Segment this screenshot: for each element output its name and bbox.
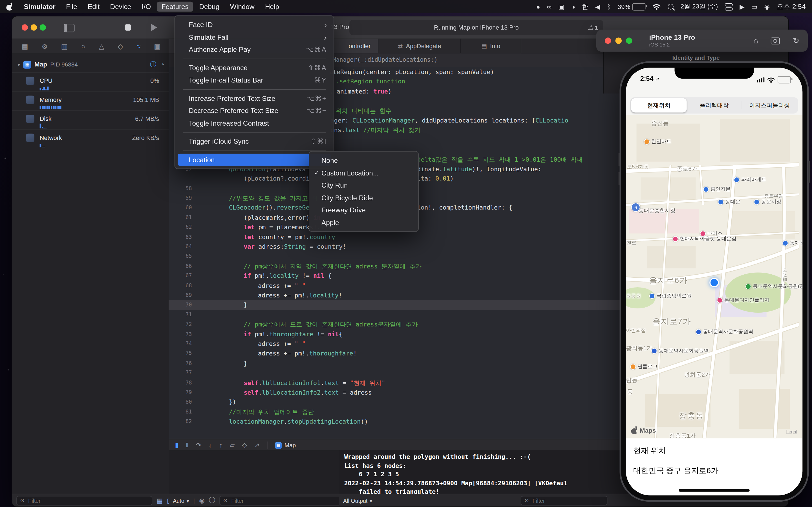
gauge-row-memory[interactable]: Memory105.1 MB	[12, 91, 168, 111]
console-filter-input[interactable]	[531, 497, 604, 504]
step-into-button[interactable]: ↓	[209, 442, 212, 449]
gauge-row-network[interactable]: NetworkZero KB/s	[12, 129, 168, 149]
variables-scope-button[interactable]: Auto ▾	[173, 497, 189, 504]
debug-target[interactable]: ▦Map	[275, 442, 296, 448]
submenu-item-custom-location[interactable]: ✓Custom Location...	[312, 167, 416, 179]
symbol-navigator-icon[interactable]: ▥	[61, 42, 68, 50]
apple-menu-icon[interactable]	[6, 3, 13, 10]
breakpoint-navigator-icon[interactable]: ▣	[154, 42, 160, 50]
close-window-button[interactable]	[605, 38, 611, 44]
tab-info[interactable]: ▤Info	[461, 39, 521, 54]
menu-item-increase-preferred-text-size[interactable]: Increase Preferred Text Size⌥⌘+	[177, 92, 331, 105]
variables-filter-input[interactable]	[231, 497, 340, 504]
navigator-filter-field[interactable]: ⊙	[16, 496, 152, 505]
breakpoints-toggle[interactable]: ▮	[175, 442, 179, 449]
segment-폴리텍대학[interactable]: 폴리텍대학	[687, 98, 742, 113]
map-poi-동대문디자인플라자[interactable]: 동대문디자인플라자	[717, 297, 770, 304]
map-poi-동대문역사문화공원-공[interactable]: 동대문역사문화공원(공	[746, 283, 803, 290]
console-scope-button[interactable]: All Output ▾	[343, 497, 372, 504]
submenu-item-none[interactable]: None	[312, 154, 416, 167]
navigator-filter-input[interactable]	[27, 497, 149, 504]
step-out-button[interactable]: ↑	[219, 442, 222, 449]
display-icon[interactable]: ▭	[751, 3, 757, 10]
play-status-icon[interactable]: ▶	[740, 3, 744, 10]
map-poi-동대문역사문화공원역[interactable]: 동대문역사문화공원역	[696, 328, 753, 335]
control-center-icon[interactable]	[725, 3, 733, 10]
test-navigator-icon[interactable]: ◇	[118, 42, 123, 50]
console-filter-field[interactable]: ⊙	[521, 496, 608, 505]
issue-navigator-icon[interactable]: △	[99, 42, 104, 50]
gauge-row-cpu[interactable]: CPU0%	[12, 72, 168, 92]
contrast-icon[interactable]: ◑	[571, 3, 575, 10]
minimize-window-button[interactable]	[615, 38, 622, 44]
home-button-icon[interactable]: ⌂	[754, 36, 758, 46]
map-poi-국립중앙의료원[interactable]: 국립중앙의료원	[649, 293, 692, 299]
map-view[interactable]: 중신동한일마트로5.6가동종로6가파리바게트흥인지문종로44길동대문동문시장동대…	[626, 115, 802, 439]
find-navigator-icon[interactable]: ○	[81, 42, 86, 50]
quicklook-info-icon[interactable]: ⓘ	[209, 496, 215, 505]
disclosure-icon[interactable]: ▾	[17, 61, 20, 67]
map-poi-한일마트[interactable]: 한일마트	[644, 138, 672, 145]
gauge-row-disk[interactable]: Disk6.7 MB/s	[12, 110, 168, 130]
menu-item-location[interactable]: Location›	[177, 154, 331, 166]
segment-현재위치[interactable]: 현재위치	[631, 98, 687, 113]
menubar-item-file[interactable]: File	[62, 2, 81, 12]
map-poi-흥인지문[interactable]: 흥인지문	[703, 186, 731, 193]
info-icon[interactable]: ⓘ	[150, 60, 156, 69]
map-poi-동문시장[interactable]: 동문시장	[754, 199, 781, 205]
menubar-item-i-o[interactable]: I/O	[138, 2, 155, 12]
menubar-item-simulator[interactable]: Simulator	[19, 2, 59, 12]
map-poi-필름로그[interactable]: 필름로그	[630, 363, 658, 370]
submenu-item-city-run[interactable]: City Run	[312, 179, 416, 191]
volume-icon[interactable]: ◀	[595, 3, 600, 10]
zoom-window-button[interactable]	[626, 38, 632, 44]
run-button[interactable]	[151, 24, 157, 31]
simulate-location-button[interactable]: ↗	[254, 442, 260, 449]
sidebar-toggle-button[interactable]	[64, 24, 75, 32]
menu-item-toggle-appearance[interactable]: Toggle Appearance⇧⌘A	[177, 61, 331, 74]
process-row[interactable]: ▾ ▦ Map PID 96884 ⓘ ◔	[17, 57, 164, 71]
user-icon[interactable]: ◉	[764, 3, 770, 10]
menubar-item-debug[interactable]: Debug	[195, 2, 223, 12]
menubar-item-edit[interactable]: Edit	[84, 2, 104, 12]
debug-navigator-icon[interactable]: ≈	[137, 42, 140, 50]
spotlight-icon[interactable]	[668, 4, 674, 10]
rotate-icon[interactable]: ↻	[793, 36, 799, 46]
home-indicator[interactable]	[679, 489, 750, 492]
menubar-date[interactable]: 2월 23일 (수)	[680, 2, 718, 11]
korean-input-icon[interactable]: 한	[582, 3, 589, 10]
pause-button[interactable]: ‖	[186, 442, 188, 449]
menu-item-face-id[interactable]: Face ID›	[177, 18, 331, 31]
menubar-item-help[interactable]: Help	[261, 2, 283, 12]
menubar-item-window[interactable]: Window	[226, 2, 259, 12]
minimize-window-button[interactable]	[31, 24, 37, 31]
variables-filter-field[interactable]: ⊙	[219, 496, 343, 505]
menubar-item-device[interactable]: Device	[106, 2, 136, 12]
binoculars-icon[interactable]: ∞	[547, 3, 552, 10]
map-poi-동대문역사문화공원역[interactable]: 동대문역사문화공원역	[651, 348, 709, 354]
zoom-window-button[interactable]	[40, 24, 46, 31]
status-app-icon[interactable]: ●	[536, 3, 540, 10]
bluetooth-icon[interactable]: ᛒ	[607, 3, 611, 10]
video-app-icon[interactable]: ▣	[558, 3, 564, 10]
menu-item-authorize-apple-pay[interactable]: Authorize Apple Pay⌥⌘A	[177, 43, 331, 56]
close-window-button[interactable]	[22, 24, 28, 31]
flag-filter-icon[interactable]: ▦	[157, 497, 163, 504]
menu-item-trigger-icloud-sync[interactable]: Trigger iCloud Sync⇧⌘I	[177, 135, 331, 148]
stop-button[interactable]	[125, 24, 132, 31]
eye-icon[interactable]: ◉	[199, 497, 205, 504]
submenu-item-freeway-drive[interactable]: Freeway Drive	[312, 204, 416, 216]
map-poi-파리바게트[interactable]: 파리바게트	[734, 176, 766, 183]
menu-item-toggle-increased-contrast[interactable]: Toggle Increased Contrast	[177, 117, 331, 129]
source-control-navigator-icon[interactable]: ⊗	[42, 42, 47, 50]
map-poi-동대문[interactable]: 동대문	[718, 199, 741, 205]
segment-이지스퍼블리싱[interactable]: 이지스퍼블리싱	[742, 98, 797, 113]
step-over-button[interactable]: ↷	[196, 442, 201, 449]
submenu-item-apple[interactable]: Apple	[312, 216, 416, 229]
menu-item-decrease-preferred-text-size[interactable]: Decrease Preferred Text Size⌥⌘−	[177, 105, 331, 117]
menubar-clock[interactable]: 오후 2:54	[777, 2, 806, 11]
battery-status[interactable]: 39%	[618, 3, 646, 10]
menubar-item-features[interactable]: Features	[157, 2, 193, 12]
legal-link[interactable]: Legal	[786, 429, 797, 434]
project-navigator-icon[interactable]: ▤	[22, 42, 28, 50]
